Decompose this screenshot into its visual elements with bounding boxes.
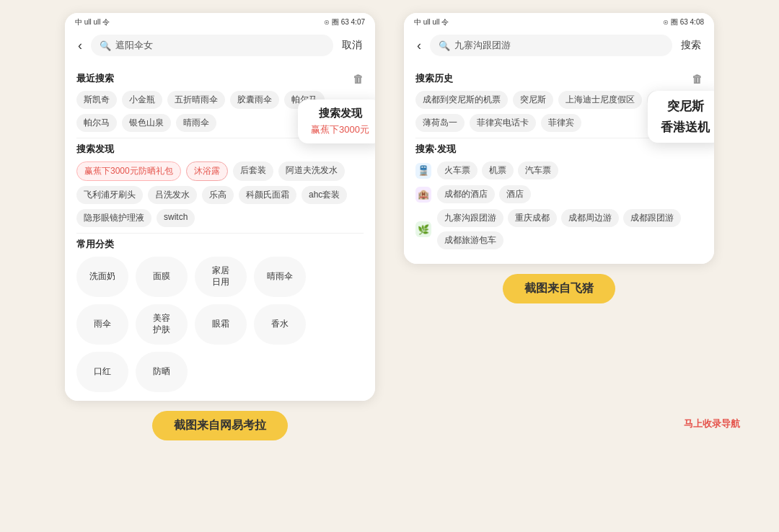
tag-菲律宾电话卡[interactable]: 菲律宾电话卡 xyxy=(470,114,536,132)
right-discover-icon-tour: 🌿 xyxy=(415,221,431,237)
cat-香水[interactable]: 香水 xyxy=(254,304,306,345)
right-discover-tags-2: 成都的酒店 酒店 xyxy=(437,185,531,203)
left-category-grid: 洗面奶 面膜 家居日用 晴雨伞 雨伞 美容护肤 眼霜 香水 口红 防晒 xyxy=(76,257,364,392)
right-search-input-wrap[interactable]: 🔍 九寨沟跟团游 xyxy=(430,35,672,56)
left-phone-wrap: 中 ull ull 令 ⊙ 圈 63 4:07 ‹ 🔍 遮阳伞女 取消 xyxy=(65,13,375,440)
right-discover-tags-3: 九寨沟跟团游 重庆成都 成都周边游 成都跟团游 成都旅游包车 xyxy=(437,209,703,249)
right-search-button[interactable]: 搜索 xyxy=(678,37,704,53)
tag-银色山泉[interactable]: 银色山泉 xyxy=(122,114,171,132)
cat-雨伞[interactable]: 雨伞 xyxy=(76,304,128,345)
cat-晴雨伞[interactable]: 晴雨伞 xyxy=(254,257,306,297)
left-tooltip-line2: 赢蕉下3000元 xyxy=(311,123,369,136)
left-search-text: 遮阳伞女 xyxy=(115,39,153,52)
right-search-bar: ‹ 🔍 九寨沟跟团游 搜索 xyxy=(404,30,714,62)
tag-小金瓶[interactable]: 小金瓶 xyxy=(122,91,162,109)
tag-晴雨伞[interactable]: 晴雨伞 xyxy=(176,114,216,132)
left-trash-icon[interactable]: 🗑 xyxy=(353,73,364,85)
cat-口红[interactable]: 口红 xyxy=(76,352,128,392)
right-phone: 中 ull ull 令 ⊙ 圈 63 4:08 ‹ 🔍 九寨沟跟团游 搜索 xyxy=(404,13,714,264)
cat-洗面奶[interactable]: 洗面奶 xyxy=(76,257,128,297)
tag-科颜氏[interactable]: 科颜氏面霜 xyxy=(239,186,296,204)
left-phone-label: 截图来自网易考拉 xyxy=(152,411,288,440)
left-tooltip-line1: 搜索发现 xyxy=(311,107,369,120)
tag-switch[interactable]: switch xyxy=(157,209,195,227)
tag-成都突尼斯[interactable]: 成都到突尼斯的机票 xyxy=(415,91,508,109)
right-search-text: 九寨沟跟团游 xyxy=(454,39,511,52)
right-status-bar: 中 ull ull 令 ⊙ 圈 63 4:08 xyxy=(404,13,714,30)
right-back-button[interactable]: ‹ xyxy=(414,37,424,55)
tag-飞利浦[interactable]: 飞利浦牙刷头 xyxy=(76,186,143,204)
right-search-icon: 🔍 xyxy=(439,40,450,51)
left-discover-title: 搜索发现 xyxy=(76,143,364,156)
phones-outer: 中 ull ull 令 ⊙ 圈 63 4:07 ‹ 🔍 遮阳伞女 取消 xyxy=(22,13,757,440)
tag-成都跟团[interactable]: 成都跟团游 xyxy=(623,209,681,227)
right-trash-icon[interactable]: 🗑 xyxy=(692,73,703,85)
tag-斯凯奇[interactable]: 斯凯奇 xyxy=(76,91,117,109)
watermark: 马上收录导航 xyxy=(684,417,740,430)
tag-阿道夫[interactable]: 阿道夫洗发水 xyxy=(278,161,345,181)
tag-pink-沐浴露[interactable]: 沐浴露 xyxy=(186,161,228,181)
tag-火车票[interactable]: 火车票 xyxy=(437,161,477,179)
tag-pink-赢蕉[interactable]: 赢蕉下3000元防晒礼包 xyxy=(76,161,181,181)
right-discover-icon-train: 🚆 xyxy=(415,163,431,179)
right-phone-wrap: 中 ull ull 令 ⊙ 圈 63 4:08 ‹ 🔍 九寨沟跟团游 搜索 xyxy=(404,13,714,303)
right-discover-title: 搜索·发现 xyxy=(415,143,703,156)
tag-ahc[interactable]: ahc套装 xyxy=(302,186,347,204)
tag-机票[interactable]: 机票 xyxy=(482,161,514,179)
right-status-right: ⊙ 圈 63 4:08 xyxy=(663,17,704,27)
left-status-right: ⊙ 圈 63 4:07 xyxy=(324,17,365,27)
tag-九寨沟[interactable]: 九寨沟跟团游 xyxy=(437,209,503,227)
right-tooltip: 突尼斯 香港送机 xyxy=(648,91,714,143)
right-tooltip-line1: 突尼斯 xyxy=(661,98,710,115)
cat-美容护肤[interactable]: 美容护肤 xyxy=(136,304,188,345)
right-discover-row-1: 🚆 火车票 机票 汽车票 xyxy=(415,161,703,179)
tag-乐高[interactable]: 乐高 xyxy=(202,186,234,204)
left-phone: 中 ull ull 令 ⊙ 圈 63 4:07 ‹ 🔍 遮阳伞女 取消 xyxy=(65,13,375,401)
tag-迪士尼[interactable]: 上海迪士尼度假区 xyxy=(558,91,642,109)
right-phone-label: 截图来自飞猪 xyxy=(503,274,615,303)
tag-酒店[interactable]: 酒店 xyxy=(499,185,531,203)
cat-眼霜[interactable]: 眼霜 xyxy=(195,304,247,345)
right-discover-row-3: 🌿 九寨沟跟团游 重庆成都 成都周边游 成都跟团游 成都旅游包车 xyxy=(415,209,703,249)
tag-胶囊雨伞[interactable]: 胶囊雨伞 xyxy=(230,91,279,109)
cat-防晒[interactable]: 防晒 xyxy=(136,352,188,392)
tag-成都周边[interactable]: 成都周边游 xyxy=(561,209,619,227)
left-status-bar: 中 ull ull 令 ⊙ 圈 63 4:07 xyxy=(65,13,375,30)
tag-五折晴雨伞[interactable]: 五折晴雨伞 xyxy=(167,91,225,109)
left-search-bar: ‹ 🔍 遮阳伞女 取消 xyxy=(65,30,375,62)
left-search-icon: 🔍 xyxy=(100,40,111,51)
tag-帕尔马2[interactable]: 帕尔马 xyxy=(76,114,117,132)
tag-隐形眼镜[interactable]: 隐形眼镜护理液 xyxy=(76,209,151,227)
right-tooltip-line2: 香港送机 xyxy=(661,119,710,136)
right-discover-tags-1: 火车票 机票 汽车票 xyxy=(437,161,558,179)
tag-突尼斯[interactable]: 突尼斯 xyxy=(513,91,553,109)
left-divider2 xyxy=(76,233,364,234)
cat-面膜[interactable]: 面膜 xyxy=(136,257,188,297)
tag-成都旅游包车[interactable]: 成都旅游包车 xyxy=(437,231,503,249)
left-category-title: 常用分类 xyxy=(76,238,364,251)
tag-吕洗发水[interactable]: 吕洗发水 xyxy=(148,186,197,204)
tag-薄荷岛[interactable]: 薄荷岛一 xyxy=(415,114,465,132)
phones-row: 中 ull ull 令 ⊙ 圈 63 4:07 ‹ 🔍 遮阳伞女 取消 xyxy=(22,13,757,440)
left-search-input-wrap[interactable]: 🔍 遮阳伞女 xyxy=(91,35,333,56)
tag-汽车票[interactable]: 汽车票 xyxy=(518,161,558,179)
left-recent-title: 最近搜索 🗑 xyxy=(76,72,364,85)
right-status-left: 中 ull ull 令 xyxy=(414,17,449,27)
tag-重庆成都[interactable]: 重庆成都 xyxy=(508,209,557,227)
left-status-left: 中 ull ull 令 xyxy=(75,17,110,27)
tag-菲律宾[interactable]: 菲律宾 xyxy=(541,114,581,132)
right-discover-icon-hotel: 🏨 xyxy=(415,187,431,203)
right-history-title: 搜索历史 🗑 xyxy=(415,72,703,85)
cat-家居日用[interactable]: 家居日用 xyxy=(195,257,247,297)
right-discover-row-2: 🏨 成都的酒店 酒店 xyxy=(415,185,703,203)
left-cancel-button[interactable]: 取消 xyxy=(339,37,365,53)
left-back-button[interactable]: ‹ xyxy=(75,37,85,55)
tag-成都酒店[interactable]: 成都的酒店 xyxy=(437,185,495,203)
tag-后套装[interactable]: 后套装 xyxy=(233,161,273,181)
left-discover-tags: 赢蕉下3000元防晒礼包 沐浴露 后套装 阿道夫洗发水 飞利浦牙刷头 吕洗发水 … xyxy=(76,161,364,227)
left-tooltip: 搜索发现 赢蕉下3000元 xyxy=(298,99,375,143)
